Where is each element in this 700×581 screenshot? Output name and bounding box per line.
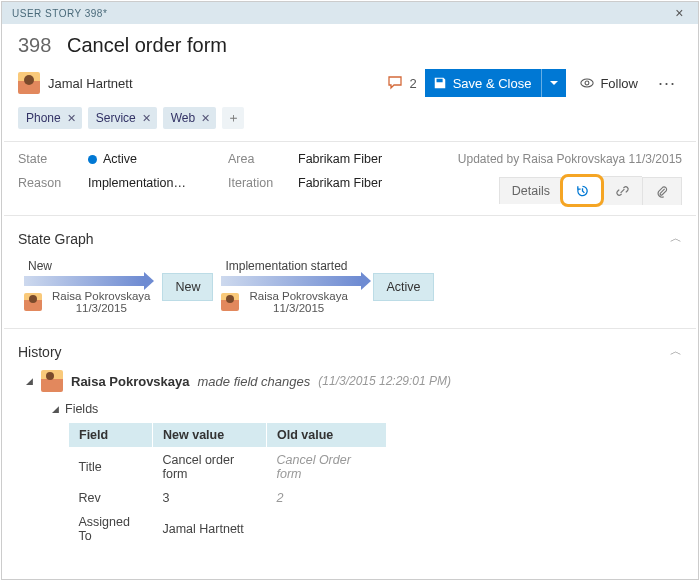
attachment-icon (655, 184, 669, 199)
user-avatar (24, 293, 42, 311)
state-box-active: Active (373, 273, 433, 301)
discussion-indicator[interactable]: 2 (387, 75, 416, 91)
remove-tag-icon[interactable]: ✕ (142, 112, 151, 125)
save-icon (433, 76, 447, 90)
expand-triangle-icon[interactable]: ◢ (52, 404, 59, 414)
state-value[interactable]: Active (88, 152, 228, 166)
save-dropdown-caret[interactable] (541, 69, 566, 97)
table-row: Assigned To Jamal Hartnett (69, 510, 387, 548)
history-entry-action: made field changes (198, 374, 311, 389)
tab-attachments[interactable] (642, 177, 682, 205)
remove-tag-icon[interactable]: ✕ (67, 112, 76, 125)
state-box-new: New (162, 273, 213, 301)
work-item-title[interactable]: Cancel order form (67, 34, 227, 56)
col-old-value: Old value (267, 423, 387, 448)
discussion-count: 2 (409, 76, 416, 91)
chevron-down-icon (550, 79, 558, 87)
history-entry-time: (11/3/2015 12:29:01 PM) (318, 374, 451, 388)
history-icon (575, 183, 590, 199)
updated-by-text: Updated by Raisa Pokrovskaya 11/3/2015 (438, 152, 682, 166)
expand-triangle-icon[interactable]: ◢ (26, 376, 33, 386)
remove-tag-icon[interactable]: ✕ (201, 112, 210, 125)
collapse-icon[interactable]: ︿ (670, 343, 682, 360)
state-label: State (18, 152, 88, 166)
comment-icon (387, 75, 403, 91)
transition-active: Implementation started Raisa Pokrovskaya… (221, 259, 361, 314)
history-entry-header[interactable]: ◢ Raisa Pokrovskaya made field changes (… (26, 370, 682, 392)
iteration-label: Iteration (228, 176, 298, 205)
iteration-value[interactable]: Fabrikam Fiber (298, 176, 438, 205)
tags-row: Phone✕ Service✕ Web✕ ＋ (2, 107, 698, 141)
user-avatar (221, 293, 239, 311)
table-header-row: Field New value Old value (69, 423, 387, 448)
work-item-window: USER STORY 398* × 398 Cancel order form … (1, 1, 699, 580)
add-tag-button[interactable]: ＋ (222, 107, 244, 129)
toolbar: Jamal Hartnett 2 Save & Close Follow ··· (2, 65, 698, 107)
collapse-icon[interactable]: ︿ (670, 230, 682, 247)
reason-value[interactable]: Implementation… (88, 176, 228, 205)
area-value[interactable]: Fabrikam Fiber (298, 152, 438, 166)
state-graph-header: State Graph ︿ (2, 216, 698, 253)
tab-history[interactable] (562, 176, 602, 205)
tag-web[interactable]: Web✕ (163, 107, 216, 129)
title-row: 398 Cancel order form (2, 24, 698, 65)
tag-service[interactable]: Service✕ (88, 107, 157, 129)
col-field: Field (69, 423, 153, 448)
follow-button[interactable]: Follow (574, 72, 644, 95)
banner-label: USER STORY 398* (12, 8, 107, 19)
state-graph: New Raisa Pokrovskaya 11/3/2015 New Impl… (2, 253, 698, 328)
assignee-avatar[interactable] (18, 72, 40, 94)
work-item-id: 398 (18, 34, 51, 56)
tab-details[interactable]: Details (499, 177, 562, 204)
user-avatar (41, 370, 63, 392)
area-label: Area (228, 152, 298, 166)
state-graph-title: State Graph (18, 231, 94, 247)
state-dot-icon (88, 155, 97, 164)
more-actions-button[interactable]: ··· (652, 73, 682, 94)
fields-section-label[interactable]: ◢ Fields (52, 402, 682, 416)
col-new-value: New value (153, 423, 267, 448)
tab-strip: Details (438, 176, 682, 205)
history-entry: ◢ Raisa Pokrovskaya made field changes (… (2, 366, 698, 556)
tab-links[interactable] (602, 176, 642, 205)
svg-point-0 (581, 79, 593, 87)
save-and-close-button[interactable]: Save & Close (425, 69, 567, 97)
history-header: History ︿ (2, 329, 698, 366)
table-row: Title Cancel order form Cancel Order for… (69, 448, 387, 487)
transition-new: New Raisa Pokrovskaya 11/3/2015 (24, 259, 150, 314)
table-row: Rev 3 2 (69, 486, 387, 510)
reason-label: Reason (18, 176, 88, 205)
work-item-type-banner: USER STORY 398* × (2, 2, 698, 24)
field-changes-table: Field New value Old value Title Cancel o… (68, 422, 387, 548)
tag-phone[interactable]: Phone✕ (18, 107, 82, 129)
link-icon (615, 183, 630, 199)
meta-grid: State Active Area Fabrikam Fiber Updated… (2, 142, 698, 205)
arrow-icon (221, 276, 361, 286)
close-icon[interactable]: × (671, 5, 688, 21)
assignee-name[interactable]: Jamal Hartnett (48, 76, 133, 91)
history-title: History (18, 344, 62, 360)
arrow-icon (24, 276, 144, 286)
svg-point-1 (585, 81, 589, 85)
history-entry-user: Raisa Pokrovskaya (71, 374, 190, 389)
eye-icon (580, 76, 594, 90)
